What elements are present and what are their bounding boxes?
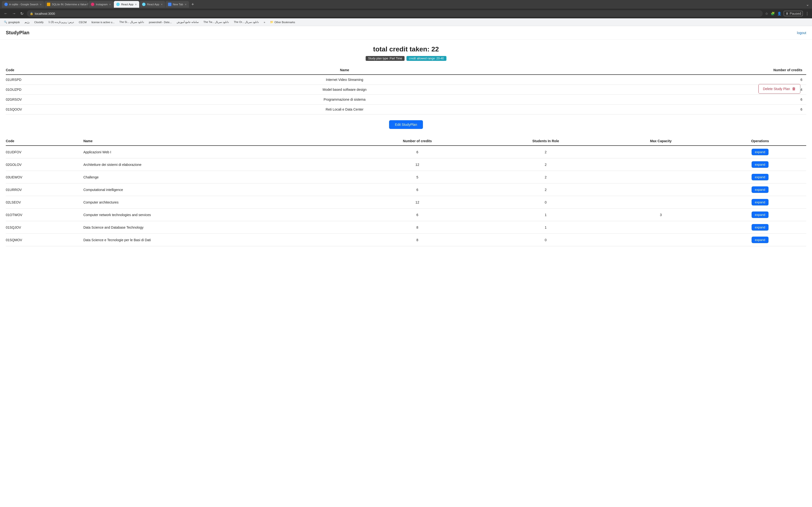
courses-table: Code Name Number of credits Students In … <box>6 137 806 246</box>
tab-list-button[interactable]: ⌄ <box>805 1 810 8</box>
app-header: StudyPlan logout <box>0 26 812 40</box>
course-cell-credits: 12 <box>351 196 484 209</box>
delete-study-plan-button[interactable]: Delete Study Plan 🗑 <box>758 84 800 94</box>
study-plan-row: 01SQOOV Reti Locali e Data Center 6 <box>6 105 806 114</box>
course-cell-students: 0 <box>484 234 608 246</box>
expand-button[interactable]: expand <box>752 212 769 218</box>
course-cell-code: 02LSEOV <box>6 196 80 209</box>
courses-col-operations: Operations <box>714 137 806 146</box>
edit-study-plan-button[interactable]: Edit StudyPlan <box>389 120 423 129</box>
courses-col-code: Code <box>6 137 80 146</box>
expand-button[interactable]: expand <box>752 199 769 206</box>
course-cell-operations: expand <box>714 146 806 158</box>
course-cell-max <box>608 234 714 246</box>
bookmark-lesson[interactable]: درس: ریزپردازنده (3) 1 <box>46 20 76 24</box>
course-cell-operations: expand <box>714 209 806 221</box>
study-plan-cell-name: Internet Video Streaming <box>154 74 536 85</box>
tab-close-icon[interactable]: ✕ <box>185 3 187 6</box>
bookmark-rezim[interactable]: رژیم <box>23 20 32 24</box>
tab-new-tab[interactable]: New Tab ✕ <box>165 1 189 8</box>
expand-button[interactable]: expand <box>752 237 769 243</box>
tab-react-app-2[interactable]: React App ✕ <box>140 1 165 8</box>
course-cell-code: 02GOLOV <box>6 158 80 171</box>
reload-button[interactable]: ↻ <box>19 10 24 17</box>
new-tab-button[interactable]: + <box>190 1 196 8</box>
courses-table-container: Code Name Number of credits Students In … <box>6 137 806 246</box>
study-plan-cell-code: 01SQOOV <box>6 105 154 114</box>
bookmark-googlejob-icon: 🔍 <box>4 20 7 24</box>
course-cell-credits: 6 <box>351 183 484 196</box>
app-container: StudyPlan logout total credit taken: 22 … <box>0 26 812 507</box>
logout-link[interactable]: logout <box>797 31 806 35</box>
course-cell-max <box>608 221 714 234</box>
bookmark-other[interactable]: 📁 Other Bookmarks <box>268 20 297 24</box>
lock-icon: 🔒 <box>30 12 33 15</box>
course-cell-code: 03UEWOV <box>6 171 80 183</box>
study-plan-cell-code: 01OUZPD <box>6 85 154 95</box>
expand-button[interactable]: expand <box>752 174 769 180</box>
course-cell-name: Data Science and Database Technology <box>80 221 351 234</box>
bookmark-powershell[interactable]: powershell - Dete... <box>147 20 174 24</box>
extensions-icon[interactable]: 🧩 <box>771 12 775 15</box>
forward-button[interactable]: → <box>11 10 17 17</box>
profile-icon[interactable]: 👤 <box>777 12 781 15</box>
courses-col-students: Students In Role <box>484 137 608 146</box>
study-plan-cell-name: Model based software design <box>154 85 536 95</box>
badge-row: Study plan type :Part Time credit allowe… <box>6 56 806 61</box>
expand-button[interactable]: expand <box>752 149 769 155</box>
paused-indicator: ⏸ Paused <box>784 11 803 16</box>
courses-col-credits: Number of credits <box>351 137 484 146</box>
study-plan-cell-code: 01URSPD <box>6 74 154 85</box>
course-row: 03UEWOV Challenge 5 2 expand <box>6 171 806 183</box>
course-cell-operations: expand <box>714 158 806 171</box>
tab-close-icon[interactable]: ✕ <box>135 3 137 6</box>
tab-sqlite-search[interactable]: in sqlite - Google Search ✕ <box>2 1 44 8</box>
bookmark-more[interactable]: » <box>262 20 267 24</box>
course-cell-name: Computer network technologies and servic… <box>80 209 351 221</box>
course-row: 02GOLOV Architetture dei sistemi di elab… <box>6 158 806 171</box>
course-cell-name: Architetture dei sistemi di elaborazione <box>80 158 351 171</box>
study-plan-cell-code: 02GRSOV <box>6 95 154 105</box>
course-cell-credits: 12 <box>351 158 484 171</box>
bookmark-star-icon[interactable]: ☆ <box>765 12 768 15</box>
credit-title: total credit taken: 22 <box>6 45 806 53</box>
courses-col-max: Max Capacity <box>608 137 714 146</box>
menu-button[interactable]: ⋮ <box>805 11 809 16</box>
tab-instagram[interactable]: Instagram ✕ <box>89 1 113 8</box>
url-bar[interactable]: 🔒 localhost:3000 <box>27 10 763 17</box>
bookmark-si[interactable]: The Si... دانلود سریال <box>117 20 146 24</box>
study-plan-cell-name: Programmazione di sistema <box>154 95 536 105</box>
bookmark-tw[interactable]: The Tw... دانلود سریال <box>202 20 231 24</box>
course-cell-operations: expand <box>714 171 806 183</box>
tab-react-app-1[interactable]: React App ✕ <box>114 1 139 8</box>
expand-button[interactable]: expand <box>752 161 769 168</box>
bookmark-license[interactable]: license is active u... <box>89 20 116 24</box>
trash-icon: 🗑 <box>792 87 796 91</box>
expand-button[interactable]: expand <box>752 186 769 193</box>
course-cell-name: Computer architectures <box>80 196 351 209</box>
study-plan-col-credits: Number of credits <box>536 66 806 74</box>
bookmark-or[interactable]: The Or... دانلود سریال <box>232 20 261 24</box>
study-plan-table: Code Name Number of credits 01URSPD Inte… <box>6 66 806 114</box>
expand-button[interactable]: expand <box>752 224 769 231</box>
back-button[interactable]: ← <box>3 10 9 17</box>
course-cell-max: 3 <box>608 209 714 221</box>
bookmark-samaneh[interactable]: سامانه جامع آموزش <box>175 20 201 24</box>
course-row: 01SQJOV Data Science and Database Techno… <box>6 221 806 234</box>
course-cell-students: 2 <box>484 158 608 171</box>
course-cell-max <box>608 146 714 158</box>
course-cell-operations: expand <box>714 183 806 196</box>
tab-close-icon[interactable]: ✕ <box>109 3 111 6</box>
tab-sqlite-in[interactable]: SQLite IN: Determine a Value M... ✕ <box>45 1 88 8</box>
bookmark-cecm[interactable]: CECM <box>77 20 89 24</box>
tab-close-icon[interactable]: ✕ <box>161 3 163 6</box>
course-row: 02LSEOV Computer architectures 12 0 expa… <box>6 196 806 209</box>
bookmark-googlejob[interactable]: 🔍 googlejob <box>2 20 22 24</box>
tab-close-icon[interactable]: ✕ <box>40 3 42 6</box>
course-row: 01URROV Computational intelligence 6 2 e… <box>6 183 806 196</box>
folder-icon: 📁 <box>270 20 273 24</box>
tab-react-app-1-label: React App <box>121 3 134 6</box>
course-cell-code: 01UDFOV <box>6 146 80 158</box>
study-plan-col-name: Name <box>154 66 536 74</box>
bookmark-clockify[interactable]: Clockify <box>33 20 46 24</box>
